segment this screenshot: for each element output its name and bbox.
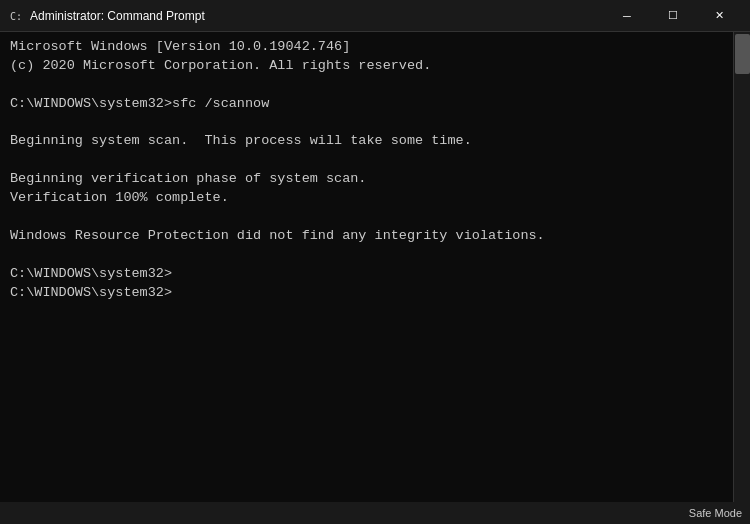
- terminal-line: [10, 246, 723, 265]
- title-bar: C: Administrator: Command Prompt ─ ☐ ✕: [0, 0, 750, 32]
- terminal-content[interactable]: Microsoft Windows [Version 10.0.19042.74…: [0, 32, 733, 502]
- terminal-line: Beginning verification phase of system s…: [10, 170, 723, 189]
- cmd-icon: C:: [8, 8, 24, 24]
- terminal-line: Microsoft Windows [Version 10.0.19042.74…: [10, 38, 723, 57]
- terminal-line: C:\WINDOWS\system32>sfc /scannow: [10, 95, 723, 114]
- status-bar: Safe Mode: [0, 502, 750, 524]
- maximize-button[interactable]: ☐: [650, 0, 696, 32]
- terminal-line: Beginning system scan. This process will…: [10, 132, 723, 151]
- terminal-line: [10, 76, 723, 95]
- terminal-line: (c) 2020 Microsoft Corporation. All righ…: [10, 57, 723, 76]
- svg-text:C:: C:: [10, 11, 22, 22]
- terminal-line: [10, 114, 723, 133]
- terminal-line: C:\WINDOWS\system32>: [10, 265, 723, 284]
- window-title: Administrator: Command Prompt: [30, 9, 604, 23]
- scrollbar[interactable]: [733, 32, 750, 502]
- terminal-line: Windows Resource Protection did not find…: [10, 227, 723, 246]
- terminal-wrapper: Microsoft Windows [Version 10.0.19042.74…: [0, 32, 750, 502]
- safe-mode-label: Safe Mode: [689, 507, 742, 519]
- window-controls: ─ ☐ ✕: [604, 0, 742, 32]
- scrollbar-thumb[interactable]: [735, 34, 750, 74]
- terminal-line: [10, 151, 723, 170]
- terminal-line: Verification 100% complete.: [10, 189, 723, 208]
- close-button[interactable]: ✕: [696, 0, 742, 32]
- terminal-line: C:\WINDOWS\system32>: [10, 284, 723, 303]
- minimize-button[interactable]: ─: [604, 0, 650, 32]
- terminal-line: [10, 208, 723, 227]
